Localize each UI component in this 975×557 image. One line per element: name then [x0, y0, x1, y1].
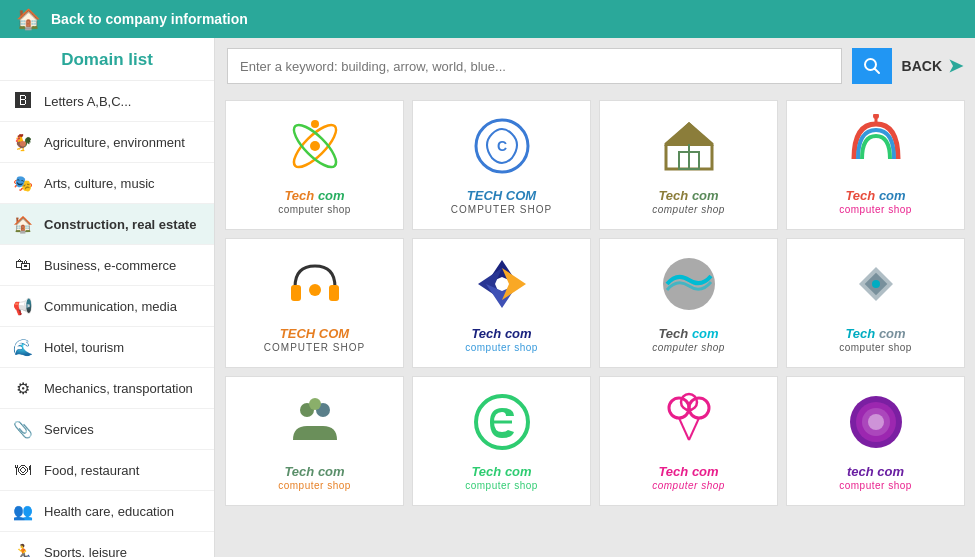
logo-sub-text-6: computer shop [465, 341, 538, 354]
svg-line-34 [689, 418, 699, 440]
logo-card-10[interactable]: Tech com computer shop [412, 376, 591, 506]
svg-rect-15 [329, 285, 339, 301]
logo-main-text-8: Tech com [845, 326, 905, 342]
svg-line-33 [679, 418, 689, 440]
logo-sub-text-4: computer shop [839, 203, 912, 216]
sidebar-item-8[interactable]: 📎 Services [0, 409, 214, 450]
logo-sub-text-3: computer shop [652, 203, 725, 216]
sidebar-icon-1: 🐓 [12, 131, 34, 153]
sidebar-icon-10: 👥 [12, 500, 34, 522]
content-area: BACK ➤ Tech com computer shop C TECH COM [215, 38, 975, 557]
topbar-back-label: Back to company information [51, 11, 248, 27]
svg-point-16 [309, 284, 321, 296]
sidebar-label-7: Mechanics, transportation [44, 381, 193, 396]
logo-svg-12 [844, 390, 908, 458]
logo-svg-3 [657, 114, 721, 182]
logo-main-text-1: Tech com [284, 188, 344, 204]
sidebar-item-11[interactable]: 🏃 Sports, leisure [0, 532, 214, 557]
logo-sub-text-7: computer shop [652, 341, 725, 354]
logo-svg-1 [283, 114, 347, 182]
sidebar-label-4: Business, e-commerce [44, 258, 176, 273]
logo-main-text-11: Tech com [658, 464, 718, 480]
logo-svg-8 [844, 252, 908, 320]
logo-sub-text-11: computer shop [652, 479, 725, 492]
svg-point-4 [310, 141, 320, 151]
sidebar-item-4[interactable]: 🛍 Business, e-commerce [0, 245, 214, 286]
svg-point-27 [309, 398, 321, 410]
logo-main-text-10: Tech com [471, 464, 531, 480]
svg-line-1 [874, 69, 879, 74]
logo-main-text-3: Tech com [658, 188, 718, 204]
logo-card-9[interactable]: Tech com computer shop [225, 376, 404, 506]
sidebar-label-3: Construction, real estate [44, 217, 196, 232]
svg-point-38 [868, 414, 884, 430]
logo-svg-9 [283, 390, 347, 458]
logo-card-4[interactable]: Tech com computer shop [786, 100, 965, 230]
sidebar-item-2[interactable]: 🎭 Arts, culture, music [0, 163, 214, 204]
sidebar-icon-9: 🍽 [12, 459, 34, 481]
sidebar-label-11: Sports, leisure [44, 545, 127, 558]
sidebar-label-10: Health care, education [44, 504, 174, 519]
logo-svg-4 [844, 114, 908, 182]
sidebar-item-6[interactable]: 🌊 Hotel, tourism [0, 327, 214, 368]
sidebar-item-5[interactable]: 📢 Communication, media [0, 286, 214, 327]
sidebar-item-9[interactable]: 🍽 Food, restaurant [0, 450, 214, 491]
logo-sub-text-1: computer shop [278, 203, 351, 216]
svg-marker-9 [664, 122, 714, 146]
logo-main-text-9: Tech com [284, 464, 344, 480]
logo-main-text-7: Tech com [658, 326, 718, 342]
logo-main-text-5: TECH COM [280, 326, 349, 342]
logo-card-6[interactable]: Tech com computer shop [412, 238, 591, 368]
svg-point-5 [311, 120, 319, 128]
logo-sub-text-10: computer shop [465, 479, 538, 492]
sidebar-label-8: Services [44, 422, 94, 437]
back-button[interactable]: BACK ➤ [902, 55, 963, 77]
sidebar-item-1[interactable]: 🐓 Agriculture, environment [0, 122, 214, 163]
search-input[interactable] [227, 48, 842, 84]
logo-sub-text-2: COMPUTER SHOP [451, 203, 552, 216]
sidebar-label-0: Letters A,B,C... [44, 94, 131, 109]
sidebar-label-5: Communication, media [44, 299, 177, 314]
sidebar-icon-5: 📢 [12, 295, 34, 317]
logo-card-7[interactable]: Tech com computer shop [599, 238, 778, 368]
toolbar: BACK ➤ [215, 38, 975, 94]
logo-main-text-6: Tech com [471, 326, 531, 342]
sidebar-icon-6: 🌊 [12, 336, 34, 358]
logo-sub-text-5: COMPUTER SHOP [264, 341, 365, 354]
sidebar-icon-8: 📎 [12, 418, 34, 440]
logo-svg-6 [470, 252, 534, 320]
logo-card-3[interactable]: Tech com computer shop [599, 100, 778, 230]
logo-svg-2: C [470, 114, 534, 182]
logo-card-8[interactable]: Tech com computer shop [786, 238, 965, 368]
logo-card-1[interactable]: Tech com computer shop [225, 100, 404, 230]
sidebar-title: Domain list [0, 38, 214, 81]
back-arrow-icon: ➤ [948, 55, 963, 77]
logo-grid: Tech com computer shop C TECH COM COMPUT… [215, 94, 975, 557]
top-bar: 🏠 Back to company information [0, 0, 975, 38]
logo-card-5[interactable]: TECH COM COMPUTER SHOP [225, 238, 404, 368]
logo-card-2[interactable]: C TECH COM COMPUTER SHOP [412, 100, 591, 230]
logo-main-text-12: tech com [847, 464, 904, 480]
logo-svg-7 [657, 252, 721, 320]
logo-card-12[interactable]: tech com computer shop [786, 376, 965, 506]
svg-point-24 [872, 280, 880, 288]
logo-svg-5 [283, 252, 347, 320]
sidebar-item-0[interactable]: 🅱 Letters A,B,C... [0, 81, 214, 122]
svg-point-13 [873, 114, 879, 119]
sidebar-item-10[interactable]: 👥 Health care, education [0, 491, 214, 532]
sidebar-icon-4: 🛍 [12, 254, 34, 276]
sidebar-icon-7: ⚙ [12, 377, 34, 399]
logo-card-11[interactable]: Tech com computer shop [599, 376, 778, 506]
sidebar-label-6: Hotel, tourism [44, 340, 124, 355]
search-button[interactable] [852, 48, 892, 84]
logo-main-text-4: Tech com [845, 188, 905, 204]
sidebar-icon-2: 🎭 [12, 172, 34, 194]
svg-text:C: C [496, 138, 506, 154]
sidebar-item-7[interactable]: ⚙ Mechanics, transportation [0, 368, 214, 409]
logo-sub-text-12: computer shop [839, 479, 912, 492]
logo-sub-text-9: computer shop [278, 479, 351, 492]
sidebar-icon-3: 🏠 [12, 213, 34, 235]
sidebar-item-3[interactable]: 🏠 Construction, real estate [0, 204, 214, 245]
sidebar-label-1: Agriculture, environment [44, 135, 185, 150]
logo-svg-10 [470, 390, 534, 458]
